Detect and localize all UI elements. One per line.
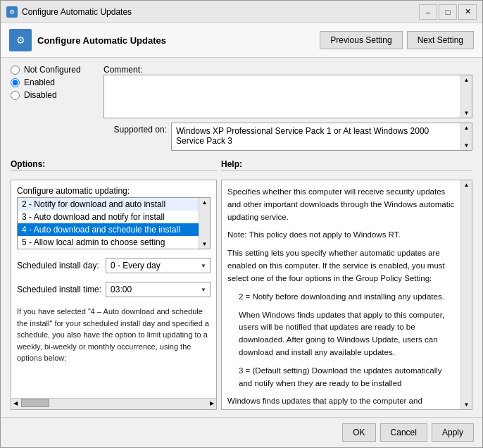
install-time-label: Scheduled install time:: [17, 285, 101, 294]
next-setting-button[interactable]: Next Setting: [407, 31, 474, 49]
install-day-select[interactable]: 0 - Every day 1 - Sunday 2 - Monday: [106, 258, 211, 273]
radio-enabled[interactable]: Enabled: [11, 77, 95, 87]
left-panel-hscrollbar: ◀ ▶: [11, 398, 216, 409]
apply-button[interactable]: Apply: [432, 423, 474, 442]
window-icon: ⚙: [6, 6, 18, 18]
header-bar: ⚙ Configure Automatic Updates Previous S…: [1, 23, 482, 58]
supported-on-box: Windows XP Professional Service Pack 1 o…: [171, 123, 472, 151]
panels-area: Configure automatic updating: 2 - Notify…: [11, 180, 472, 410]
supported-scroll-up[interactable]: ▲: [463, 123, 471, 132]
help-para-3: 2 = Notify before downloading and instal…: [239, 291, 455, 304]
configure-dropdown-wrap: 2 - Notify for download and auto install…: [17, 197, 211, 249]
help-para-0: Specifies whether this computer will rec…: [227, 186, 455, 223]
hscroll-right-arrow[interactable]: ▶: [208, 399, 216, 409]
radio-enabled-input[interactable]: [11, 78, 20, 87]
help-para-6: Windows finds updates that apply to the …: [227, 395, 455, 408]
header-buttons: Previous Setting Next Setting: [320, 31, 474, 49]
comment-section: Comment: ▲ ▼: [104, 65, 472, 118]
radio-not-configured[interactable]: Not Configured: [11, 65, 95, 75]
help-scrollbar: ▲ ▼: [460, 180, 472, 409]
dropdown-item-0[interactable]: 2 - Notify for download and auto install: [18, 198, 199, 211]
comment-scroll-up[interactable]: ▲: [463, 75, 471, 85]
dropdown-item-1[interactable]: 3 - Auto download and notify for install: [18, 211, 199, 223]
help-para-2: This setting lets you specify whether au…: [227, 247, 455, 285]
main-content: Not Configured Enabled Disabled Comment:: [1, 58, 482, 417]
hscroll-thumb[interactable]: [21, 399, 49, 407]
comment-scroll-down[interactable]: ▼: [463, 108, 471, 118]
dropdown-scrollbar: ▲ ▼: [199, 198, 210, 249]
title-bar-left: ⚙ Configure Automatic Updates: [6, 6, 132, 18]
supported-on-text: Windows XP Professional Service Pack 1 o…: [172, 123, 460, 150]
radio-not-configured-input[interactable]: [11, 66, 20, 75]
comment-textarea[interactable]: [104, 75, 460, 118]
radio-not-configured-label: Not Configured: [24, 65, 81, 75]
left-panel-inner: Configure automatic updating: 2 - Notify…: [11, 180, 216, 398]
radio-section: Not Configured Enabled Disabled: [11, 65, 95, 151]
configure-dropdown-list: 2 - Notify for download and auto install…: [18, 198, 199, 249]
help-para-4: When Windows finds updates that apply to…: [239, 309, 455, 359]
title-controls: – □ ✕: [419, 4, 477, 20]
main-window: ⚙ Configure Automatic Updates – □ ✕ ⚙ Co…: [0, 0, 483, 448]
comment-textarea-wrap: ▲ ▼: [104, 75, 472, 118]
close-button[interactable]: ✕: [458, 4, 477, 20]
dropdown-item-3[interactable]: 5 - Allow local admin to choose setting: [18, 236, 199, 249]
cancel-button[interactable]: Cancel: [380, 423, 427, 442]
header-title: Configure Automatic Updates: [37, 35, 166, 46]
header-icon: ⚙: [9, 29, 32, 51]
radio-enabled-label: Enabled: [24, 77, 55, 87]
configure-updating-section: Configure automatic updating: 2 - Notify…: [17, 186, 211, 249]
bottom-bar: OK Cancel Apply: [1, 417, 482, 447]
help-text-area: Specifies whether this computer will rec…: [222, 180, 460, 409]
hscroll-left-arrow[interactable]: ◀: [11, 399, 20, 409]
supported-on-section: Supported on: Windows XP Professional Se…: [104, 123, 472, 151]
radio-disabled[interactable]: Disabled: [11, 90, 95, 100]
install-day-label: Scheduled install day:: [17, 261, 101, 270]
help-para-1: Note: This policy does not apply to Wind…: [227, 229, 455, 242]
dropdown-scroll-up[interactable]: ▲: [201, 198, 209, 207]
help-scroll-up[interactable]: ▲: [463, 180, 471, 189]
configure-label: Configure automatic updating:: [17, 186, 211, 196]
title-bar: ⚙ Configure Automatic Updates – □ ✕: [1, 1, 482, 23]
header-left: ⚙ Configure Automatic Updates: [9, 29, 166, 51]
help-scroll-down[interactable]: ▼: [463, 400, 471, 409]
top-area: Not Configured Enabled Disabled Comment:: [11, 65, 472, 151]
options-label: Options:: [11, 159, 217, 171]
previous-setting-button[interactable]: Previous Setting: [320, 31, 402, 49]
radio-disabled-label: Disabled: [24, 90, 57, 100]
supported-scroll-down[interactable]: ▼: [463, 141, 471, 150]
supported-on-label: Supported on:: [104, 123, 167, 135]
install-day-row: Scheduled install day: 0 - Every day 1 -…: [17, 258, 211, 273]
supported-on-box-wrap: Windows XP Professional Service Pack 1 o…: [171, 123, 472, 151]
supported-on-scrollbar: ▲ ▼: [460, 123, 472, 150]
radio-disabled-input[interactable]: [11, 91, 20, 100]
maximize-button[interactable]: □: [439, 4, 457, 20]
help-para-5: 3 = (Default setting) Download the updat…: [239, 365, 455, 390]
install-time-select-wrap[interactable]: 00:00 01:00 02:00 03:00: [106, 282, 211, 297]
options-info-text: If you have selected "4 – Auto download …: [17, 306, 211, 364]
comment-label: Comment:: [104, 65, 142, 75]
window-title: Configure Automatic Updates: [22, 7, 132, 17]
install-day-select-wrap[interactable]: 0 - Every day 1 - Sunday 2 - Monday: [106, 258, 211, 273]
install-time-row: Scheduled install time: 00:00 01:00 02:0…: [17, 282, 211, 297]
right-panel: Specifies whether this computer will rec…: [221, 180, 472, 410]
top-right: Comment: ▲ ▼ Supported on:: [104, 65, 472, 151]
dropdown-scroll-down[interactable]: ▼: [201, 239, 209, 249]
dropdown-item-2[interactable]: 4 - Auto download and schedule the insta…: [18, 223, 199, 236]
section-dividers: Options: Help:: [11, 159, 472, 171]
ok-button[interactable]: OK: [342, 423, 375, 442]
left-panel: Configure automatic updating: 2 - Notify…: [11, 180, 217, 410]
help-label: Help:: [221, 159, 472, 171]
install-time-select[interactable]: 00:00 01:00 02:00 03:00: [106, 282, 211, 297]
minimize-button[interactable]: –: [419, 4, 437, 20]
comment-scrollbar: ▲ ▼: [460, 75, 472, 118]
